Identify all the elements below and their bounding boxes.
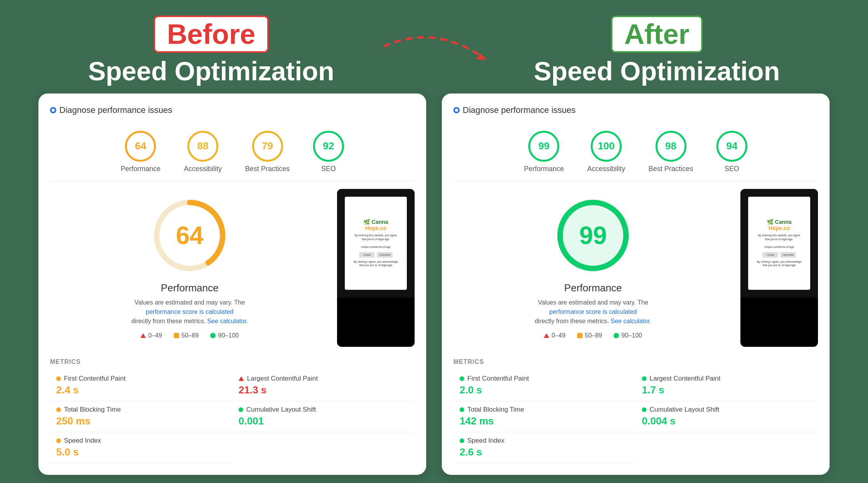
score-circle-79: 79 — [252, 131, 283, 162]
after-legend: 0–49 50–89 90–100 — [544, 332, 642, 339]
after-metric-cls-name: Cumulative Layout Shift — [642, 406, 812, 414]
before-middle: 64 Performance Values are estimated and … — [50, 189, 415, 347]
score-item-bestpractices: 79 Best Practices — [245, 131, 290, 173]
metric-tbt-value: 250 ms — [56, 415, 226, 427]
after-score-label-performance: Performance — [524, 165, 564, 173]
after-title: After — [624, 19, 689, 50]
after-legend-range-orange: 50–89 — [585, 332, 602, 339]
after-metric-si-value: 2.6 s — [460, 446, 629, 458]
after-perf-note: Values are estimated and may vary. The p… — [525, 298, 661, 326]
score-item-seo: 92 SEO — [313, 131, 344, 173]
after-score-circle-99: 99 — [528, 131, 559, 162]
metric-lcp-name: Largest Contentful Paint — [239, 375, 408, 383]
before-phone-btn2: I DISAGREE — [377, 252, 393, 258]
after-panel: Diagnose performance issues 99 Performan… — [442, 93, 830, 475]
before-phone-logo: 🌿 CannaHope.co — [363, 219, 388, 231]
after-metric-lcp-value: 1.7 s — [642, 384, 812, 396]
after-legend-red: 0–49 — [544, 332, 565, 339]
after-legend-square-orange-icon — [577, 333, 583, 338]
before-big-circle: 64 — [151, 197, 228, 274]
legend-green: 90–100 — [210, 332, 239, 339]
before-phone-preview: 🌿 CannaHope.co By entering this website,… — [337, 189, 415, 347]
after-legend-triangle-icon — [544, 333, 549, 338]
after-perf-title: Performance — [564, 282, 622, 294]
after-perf-link1[interactable]: performance score is calculated — [549, 308, 637, 315]
after-score-circle-98: 98 — [655, 131, 686, 162]
fcp-dot-icon — [56, 376, 61, 381]
before-perf-note: Values are estimated and may vary. The p… — [122, 298, 258, 326]
metric-fcp: First Contentful Paint 2.4 s — [50, 370, 232, 401]
metric-lcp-value: 21.3 s — [239, 384, 408, 396]
after-legend-orange: 50–89 — [577, 332, 602, 339]
after-score-accessibility: 100 Accessibility — [587, 131, 625, 173]
score-item-performance: 64 Performance — [121, 131, 161, 173]
si-dot-icon — [56, 438, 61, 443]
lcp-triangle-icon — [239, 376, 244, 381]
metric-fcp-name: First Contentful Paint — [56, 375, 226, 383]
score-item-accessibility: 88 Accessibility — [184, 131, 222, 173]
legend-orange: 50–89 — [174, 332, 199, 339]
after-phone-btn1: I AGREE — [763, 252, 778, 258]
before-perf-left: 64 Performance Values are estimated and … — [50, 189, 329, 347]
after-score-label-bestpractices: Best Practices — [648, 165, 693, 173]
score-circle-64: 64 — [125, 131, 156, 162]
after-big-circle: 99 — [554, 197, 632, 274]
after-score-bestpractices: 98 Best Practices — [648, 131, 693, 173]
before-scores-row: 64 Performance 88 Accessibility 79 Best … — [50, 123, 415, 181]
after-phone-preview: 🌿 CannaHope.co By entering this website,… — [740, 189, 818, 347]
after-legend-dot-green-icon — [614, 333, 619, 338]
before-phone-text: By entering this website, you agreethat … — [355, 234, 397, 249]
after-lcp-dot-icon — [642, 376, 647, 381]
before-title-box: Before — [154, 16, 268, 53]
after-score-performance: 99 Performance — [524, 131, 564, 173]
before-perf-link1[interactable]: performance score is calculated — [146, 308, 233, 315]
after-panel-dot — [453, 107, 460, 113]
after-phone-subtext: By clicking I agree, you acknowledgethat… — [757, 260, 802, 268]
after-phone-btn2: I DISAGREE — [780, 252, 796, 258]
metric-cls-value: 0.001 — [239, 415, 408, 427]
before-big-score: 64 — [176, 221, 203, 250]
after-phone-screen: 🌿 CannaHope.co By entering this website,… — [740, 189, 818, 298]
after-fcp-dot-icon — [460, 376, 464, 381]
after-metrics-label: METRICS — [453, 358, 818, 365]
after-big-score: 99 — [579, 221, 607, 250]
main-content: Diagnose performance issues 64 Performan… — [0, 93, 868, 475]
score-circle-92: 92 — [313, 131, 344, 162]
metric-si-name: Speed Index — [56, 437, 226, 445]
tbt-dot-icon — [56, 407, 61, 412]
legend-dot-green-icon — [210, 333, 216, 338]
legend-red: 0–49 — [140, 332, 162, 339]
after-metrics-grid: First Contentful Paint 2.0 s Largest Con… — [453, 370, 818, 463]
after-metric-si: Speed Index 2.6 s — [453, 432, 636, 463]
score-label-seo: SEO — [321, 165, 336, 173]
after-header: After Speed Optimization — [492, 16, 821, 86]
after-perf-left: 99 Performance Values are estimated and … — [453, 189, 733, 347]
after-score-label-seo: SEO — [724, 165, 739, 173]
after-metric-lcp-name: Largest Contentful Paint — [642, 375, 812, 383]
legend-range-red: 0–49 — [148, 332, 162, 339]
legend-triangle-icon — [140, 333, 146, 338]
transition-arrow — [376, 31, 492, 78]
after-metric-tbt-value: 142 ms — [460, 415, 629, 427]
after-metric-lcp: Largest Contentful Paint 1.7 s — [636, 370, 818, 401]
score-circle-88: 88 — [187, 131, 218, 162]
after-score-label-accessibility: Accessibility — [587, 165, 625, 173]
after-score-circle-94: 94 — [716, 131, 747, 162]
after-metric-fcp-name: First Contentful Paint — [460, 375, 629, 383]
score-label-performance: Performance — [121, 165, 161, 173]
after-perf-link2[interactable]: See calculator. — [610, 318, 651, 324]
metric-tbt-name: Total Blocking Time — [56, 406, 226, 414]
cls-dot-icon — [239, 407, 243, 412]
before-subtitle: Speed Optimization — [88, 57, 334, 86]
after-metrics: METRICS First Contentful Paint 2.0 s Lar… — [453, 355, 818, 463]
legend-range-orange: 50–89 — [182, 332, 199, 339]
metric-lcp: Largest Contentful Paint 21.3 s — [232, 370, 415, 401]
metric-cls: Cumulative Layout Shift 0.001 — [232, 401, 415, 432]
after-panel-title: Diagnose performance issues — [463, 105, 576, 115]
score-label-accessibility: Accessibility — [184, 165, 222, 173]
before-perf-title: Performance — [161, 282, 219, 294]
after-subtitle: Speed Optimization — [534, 57, 780, 86]
after-metric-fcp-value: 2.0 s — [460, 384, 629, 396]
legend-square-orange-icon — [174, 333, 179, 338]
before-perf-link2[interactable]: See calculator. — [207, 318, 248, 324]
